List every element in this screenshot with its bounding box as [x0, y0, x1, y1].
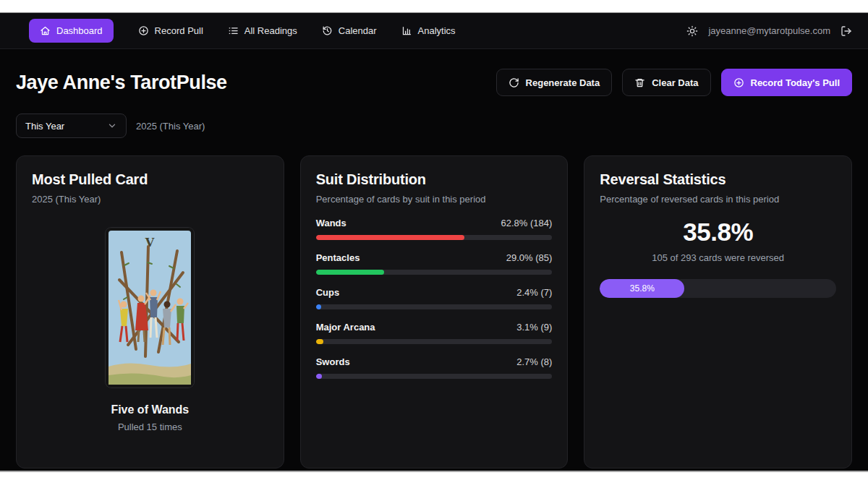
logout-button[interactable] [841, 25, 852, 37]
suit-label: Major Arcana [316, 322, 375, 333]
plus-circle-icon [733, 77, 744, 88]
reversal-bar-track: 35.8% [600, 279, 836, 298]
suit-bar-fill [316, 374, 323, 379]
reversal-percent: 35.8% [600, 218, 836, 247]
suit-bar-fill [316, 304, 322, 309]
filter-row: This Year 2025 (This Year) [16, 114, 852, 138]
suit-label: Wands [316, 218, 346, 228]
theme-toggle-button[interactable] [686, 25, 698, 37]
user-email: jayeanne@mytarotpulse.com [708, 25, 830, 36]
suit-bar-track [316, 374, 553, 379]
app-window: Dashboard Record Pull All Readings [0, 12, 868, 472]
period-select-value: This Year [25, 121, 64, 132]
card-title: Suit Distribution [316, 171, 553, 188]
dashboard-cards: Most Pulled Card 2025 (This Year) [16, 155, 852, 468]
clock-history-icon [322, 25, 333, 36]
suit-bar-fill [316, 235, 464, 240]
suit-row-head: Swords2.7% (8) [316, 356, 553, 367]
reversal-caption: 105 of 293 cards were reversed [600, 252, 836, 263]
card-title: Reversal Statistics [600, 171, 836, 188]
top-nav: Dashboard Record Pull All Readings [0, 13, 868, 49]
suit-label: Cups [316, 287, 340, 298]
suit-row: Cups2.4% (7) [316, 287, 553, 309]
nav-item-analytics[interactable]: Analytics [401, 25, 456, 36]
clear-data-button[interactable]: Clear Data [622, 69, 710, 96]
button-label: Regenerate Data [526, 77, 600, 88]
card-subtitle: Percentage of cards by suit in this peri… [316, 194, 553, 205]
page-title: Jaye Anne's TarotPulse [16, 72, 227, 94]
suit-value: 62.8% (184) [501, 218, 553, 228]
most-pulled-card-name: Five of Wands [111, 403, 189, 416]
period-select[interactable]: This Year [16, 114, 127, 138]
suit-row-head: Wands62.8% (184) [316, 218, 553, 228]
suit-value: 3.1% (9) [516, 322, 552, 333]
suit-bar-track [316, 270, 553, 275]
nav-label: Calendar [339, 25, 377, 36]
card-subtitle: Percentage of reversed cards in this per… [600, 194, 836, 205]
most-pulled-count: Pulled 15 times [118, 421, 182, 432]
suit-row: Major Arcana3.1% (9) [316, 322, 553, 344]
card-title: Most Pulled Card [32, 171, 268, 188]
reversal-bar-label: 35.8% [630, 283, 655, 294]
reversal-bar-fill: 35.8% [600, 279, 684, 298]
suit-bar-fill [316, 270, 385, 275]
nav-user-area: jayeanne@mytarotpulse.com [686, 25, 852, 37]
suit-bar-track [316, 304, 553, 309]
nav-label: All Readings [244, 25, 297, 36]
most-pulled-card-panel: Most Pulled Card 2025 (This Year) [16, 155, 284, 468]
card-subtitle: 2025 (This Year) [32, 194, 268, 205]
suit-bar-track [316, 339, 553, 344]
nav-item-record-pull[interactable]: Record Pull [138, 25, 203, 36]
five-of-wands-card-image: V [106, 228, 194, 388]
regenerate-data-button[interactable]: Regenerate Data [496, 69, 613, 96]
trash-icon [634, 77, 645, 88]
suit-distribution-panel: Suit Distribution Percentage of cards by… [300, 155, 569, 468]
suit-value: 2.4% (7) [516, 287, 552, 298]
nav-item-dashboard[interactable]: Dashboard [29, 19, 114, 43]
suit-value: 2.7% (8) [516, 356, 552, 367]
suit-row-head: Cups2.4% (7) [316, 287, 553, 298]
suit-bar-track [316, 235, 553, 240]
chevron-down-icon [107, 121, 117, 131]
browser-viewport: Dashboard Record Pull All Readings [0, 0, 868, 488]
suit-row: Wands62.8% (184) [316, 218, 553, 240]
sun-icon [686, 25, 698, 37]
suit-rows: Wands62.8% (184)Pentacles29.0% (85)Cups2… [316, 218, 553, 379]
nav-item-calendar[interactable]: Calendar [322, 25, 377, 36]
suit-row-head: Pentacles29.0% (85) [316, 252, 553, 263]
most-pulled-body: V [32, 205, 268, 432]
suit-value: 29.0% (85) [506, 252, 553, 263]
bar-chart-icon [401, 25, 412, 36]
suit-bar-fill [316, 339, 323, 344]
nav-item-all-readings[interactable]: All Readings [228, 25, 297, 36]
suit-row: Pentacles29.0% (85) [316, 252, 553, 275]
button-label: Clear Data [652, 77, 698, 88]
nav-label: Analytics [418, 25, 456, 36]
plus-circle-icon [138, 25, 149, 36]
suit-row: Swords2.7% (8) [316, 356, 553, 379]
suit-row-head: Major Arcana3.1% (9) [316, 322, 553, 333]
reversal-body: 35.8% 105 of 293 cards were reversed 35.… [600, 218, 836, 298]
refresh-icon [509, 77, 519, 88]
suit-label: Pentacles [316, 252, 360, 263]
nav-label: Record Pull [155, 25, 203, 36]
nav-links: Dashboard Record Pull All Readings [29, 19, 456, 43]
list-icon [228, 25, 239, 36]
main-content: Jaye Anne's TarotPulse Regenerate Data C… [0, 69, 868, 468]
nav-label: Dashboard [56, 25, 103, 36]
logout-icon [841, 25, 852, 37]
header-actions: Regenerate Data Clear Data Record Today'… [496, 69, 852, 96]
home-icon [40, 25, 51, 36]
record-todays-pull-button[interactable]: Record Today's Pull [721, 69, 853, 96]
suit-label: Swords [316, 356, 350, 367]
reversal-statistics-panel: Reversal Statistics Percentage of revers… [584, 155, 852, 468]
period-caption: 2025 (This Year) [136, 121, 205, 132]
page-header: Jaye Anne's TarotPulse Regenerate Data C… [16, 69, 852, 96]
button-label: Record Today's Pull [751, 77, 841, 88]
